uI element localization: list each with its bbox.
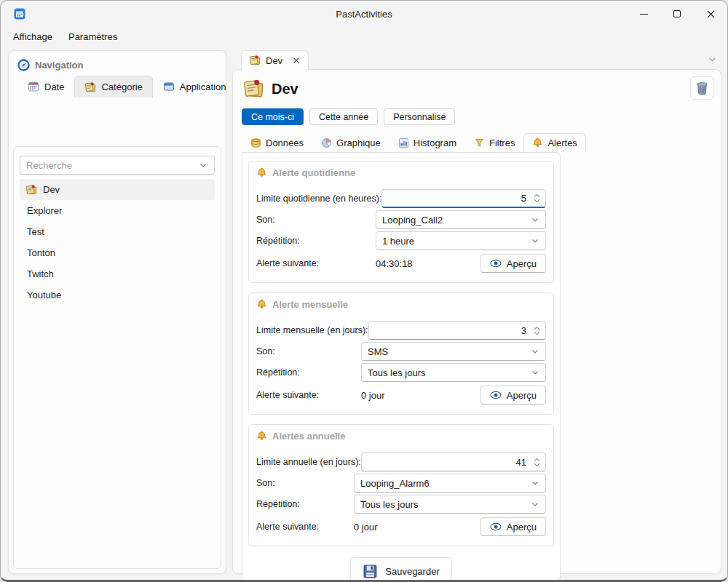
range-buttons: Ce mois-ci Cette année Personnalisé (242, 108, 721, 125)
menu-bar: Affichage Paramètres (1, 27, 727, 46)
monthly-limit-value: 3 (369, 325, 531, 336)
eye-icon (490, 391, 502, 399)
monthly-preview-button[interactable]: Aperçu (480, 386, 546, 404)
spin-down-icon[interactable] (534, 463, 540, 467)
nav-tab-date-label: Date (44, 81, 64, 92)
group-title-text: Alerte quotidienne (272, 167, 355, 178)
daily-sound-select[interactable]: Looping_Call2 (376, 210, 546, 229)
chevron-down-icon (531, 236, 539, 245)
next-alert-label: Alerte suivante: (256, 522, 354, 532)
close-icon (707, 10, 715, 18)
eye-icon (490, 259, 502, 268)
list-item-explorer[interactable]: Explorer (20, 200, 215, 221)
maximize-button[interactable] (660, 1, 694, 27)
subtab-donnees-label: Données (266, 137, 304, 148)
minimize-button[interactable] (627, 1, 660, 27)
spin-up-icon[interactable] (534, 458, 540, 462)
app-icon (14, 8, 25, 20)
funnel-icon (474, 137, 485, 148)
database-icon (250, 137, 261, 148)
close-button[interactable] (694, 1, 727, 27)
spin-up-icon[interactable] (534, 194, 540, 198)
list-item-label: Dev (43, 184, 60, 195)
monthly-sound-value: SMS (368, 346, 531, 357)
limit-label: Limite mensuelle (en jours): (256, 325, 368, 335)
window-controls (627, 1, 727, 27)
maximize-icon (673, 10, 681, 17)
daily-preview-button[interactable]: Aperçu (480, 254, 546, 273)
list-item-dev[interactable]: Dev (20, 179, 215, 200)
compass-icon (17, 59, 30, 71)
range-button-personnalise[interactable]: Personnalisé (384, 108, 455, 125)
search-input[interactable] (20, 160, 199, 171)
preview-button-label: Aperçu (507, 522, 537, 533)
alerts-tab-page: Alerte quotidienne Limite quotidienne (e… (242, 152, 561, 581)
subtab-filtres[interactable]: Filtres (465, 133, 523, 152)
list-item-tonton[interactable]: Tonton (20, 242, 215, 263)
tab-overflow-chevron-icon[interactable] (708, 55, 717, 64)
nav-tab-application[interactable]: Application (153, 76, 237, 97)
group-daily-alert: Alerte quotidienne Limite quotidienne (e… (248, 161, 554, 283)
window-title: PastActivities (1, 1, 727, 27)
note-icon (84, 81, 96, 93)
yearly-repetition-value: Tous les jours (360, 499, 531, 510)
yearly-sound-select[interactable]: Looping_Alarm6 (354, 474, 546, 493)
spin-down-icon[interactable] (534, 199, 540, 203)
daily-limit-spinbox[interactable]: 5 (381, 189, 546, 208)
nav-tab-categorie[interactable]: Catégorie (74, 76, 152, 97)
document-tab-label: Dev (266, 55, 282, 66)
daily-repetition-select[interactable]: 1 heure (376, 231, 546, 250)
navigation-title: Navigation (35, 60, 83, 71)
list-item-youtube[interactable]: Youtube (20, 284, 215, 306)
daily-sound-value: Looping_Call2 (382, 215, 531, 226)
repetition-label: Répétition: (256, 367, 361, 378)
chevron-down-icon (531, 368, 539, 377)
subtab-graphique[interactable]: Graphique (312, 133, 389, 152)
yearly-limit-value: 41 (362, 457, 531, 468)
nav-tab-date[interactable]: Date (17, 76, 74, 97)
subtab-filtres-label: Filtres (489, 137, 515, 148)
menu-item-affichage[interactable]: Affichage (5, 28, 60, 45)
note-icon (249, 55, 261, 66)
trash-icon (695, 81, 709, 95)
navigation-tabs: Date Catégorie Application (17, 76, 226, 97)
subtab-donnees[interactable]: Données (242, 133, 312, 152)
list-item-twitch[interactable]: Twitch (20, 263, 215, 284)
yearly-limit-spinbox[interactable]: 41 (361, 453, 546, 471)
save-button[interactable]: Sauvegarder (350, 557, 451, 582)
chevron-down-icon (531, 500, 539, 509)
daily-repetition-value: 1 heure (382, 236, 531, 247)
bell-icon (532, 137, 543, 148)
tab-close-icon[interactable] (292, 56, 301, 65)
list-item-label: Explorer (27, 205, 62, 216)
monthly-limit-spinbox[interactable]: 3 (368, 321, 546, 340)
subtab-alertes-label: Alertes (547, 137, 577, 148)
range-button-cette-annee[interactable]: Cette année (309, 108, 378, 125)
yearly-preview-button[interactable]: Aperçu (480, 517, 546, 536)
category-list: Dev Explorer Test Tonton Twitch Youtube (20, 179, 215, 306)
window-icon (163, 81, 175, 92)
delete-button[interactable] (690, 76, 713, 100)
floppy-icon (363, 564, 378, 579)
spin-up-icon[interactable] (534, 326, 540, 330)
preview-button-label: Aperçu (507, 390, 537, 401)
repetition-label: Répétition: (256, 236, 376, 246)
spin-down-icon[interactable] (534, 331, 540, 335)
yearly-repetition-select[interactable]: Tous les jours (354, 495, 546, 514)
group-title-text: Alertes annuelle (272, 431, 345, 442)
search-dropdown-chevron-icon[interactable] (199, 161, 207, 170)
list-item-test[interactable]: Test (20, 221, 215, 242)
document-tab-dev[interactable]: Dev (241, 50, 309, 70)
subtab-alertes[interactable]: Alertes (523, 133, 585, 152)
page-title: Dev (272, 81, 298, 97)
range-button-ce-mois-ci[interactable]: Ce mois-ci (242, 108, 304, 125)
subtab-histogram[interactable]: Histogram (389, 133, 465, 152)
monthly-repetition-select[interactable]: Tous les jours (361, 363, 546, 382)
note-icon (25, 184, 37, 196)
bell-icon (256, 431, 267, 442)
search-box[interactable] (20, 156, 215, 175)
subtab-graphique-label: Graphique (336, 137, 381, 148)
chevron-down-icon (531, 215, 539, 224)
monthly-sound-select[interactable]: SMS (361, 342, 546, 361)
menu-item-parametres[interactable]: Paramètres (60, 28, 125, 45)
